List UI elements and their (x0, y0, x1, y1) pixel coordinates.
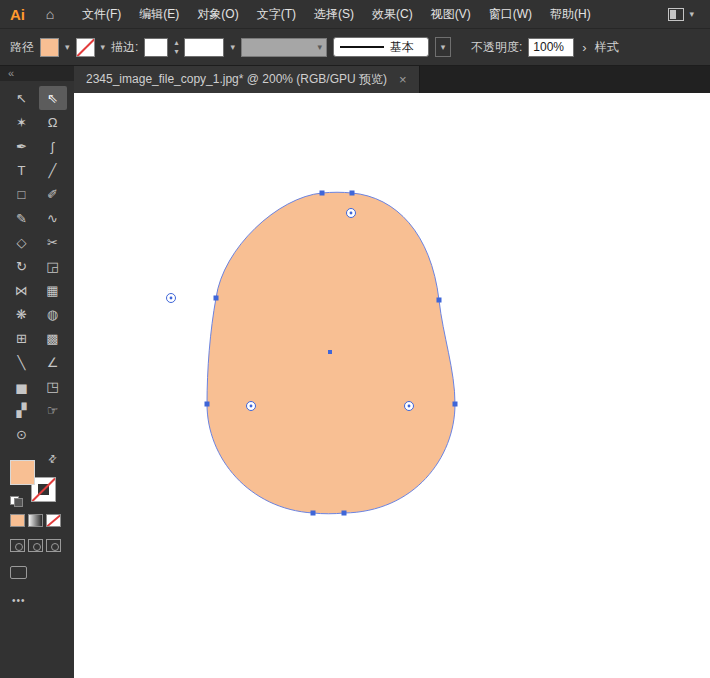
menu-bar: Ai ⌂ 文件(F)编辑(E)对象(O)文字(T)选择(S)效果(C)视图(V)… (0, 0, 710, 28)
menu-list: 文件(F)编辑(E)对象(O)文字(T)选择(S)效果(C)视图(V)窗口(W)… (73, 0, 600, 28)
document-title: 2345_image_file_copy_1.jpg* @ 200% (RGB/… (86, 71, 387, 88)
stroke-color-swatch[interactable] (76, 38, 95, 57)
pen-tool[interactable]: ✒ (8, 134, 36, 158)
rectangle-tool[interactable]: □ (8, 182, 36, 206)
scale-tool[interactable]: ◲ (39, 254, 67, 278)
screen-mode-button[interactable] (10, 566, 27, 579)
corner-widget-dot (170, 297, 173, 300)
anchor-point[interactable] (453, 402, 458, 407)
menu-item[interactable]: 文字(T) (248, 0, 305, 28)
collapse-tools-button[interactable]: « (0, 66, 74, 81)
chevron-down-icon: ▾ (441, 43, 446, 52)
menu-item[interactable]: 编辑(E) (130, 0, 188, 28)
tools-panel: « ↖⇖✶Ω✒ʃT╱□✐✎∿◇✂↻◲⋈▦❋◍⊞▩╲∠▅◳▞☞⊙ ⇄ ••• (0, 66, 74, 678)
magic-wand-tool[interactable]: ✶ (8, 110, 36, 134)
column-graph-tool[interactable]: ▅ (8, 374, 36, 398)
chevron-down-icon: ▾ (317, 43, 322, 52)
corner-widget-dot (350, 212, 353, 215)
anchor-point[interactable] (342, 511, 347, 516)
center-point[interactable] (328, 350, 332, 354)
workspace-switcher[interactable]: ▾ (668, 8, 710, 21)
draw-inside-button[interactable] (46, 539, 61, 552)
home-icon[interactable]: ⌂ (37, 6, 63, 22)
hand-tool[interactable]: ☞ (39, 398, 67, 422)
menu-item[interactable]: 窗口(W) (480, 0, 541, 28)
menu-item[interactable]: 文件(F) (73, 0, 130, 28)
anchor-point[interactable] (350, 191, 355, 196)
stroke-weight-label: 描边: (111, 39, 138, 56)
fill-indicator[interactable] (10, 460, 35, 485)
opacity-label: 不透明度: (471, 39, 522, 56)
app-logo: Ai (0, 6, 37, 23)
stroke-style-caret[interactable]: ▾ (435, 37, 451, 57)
scissors-tool[interactable]: ✂ (39, 230, 67, 254)
document-tab[interactable]: 2345_image_file_copy_1.jpg* @ 200% (RGB/… (74, 66, 420, 93)
style-label[interactable]: 样式 (595, 39, 619, 56)
menu-item[interactable]: 对象(O) (188, 0, 247, 28)
zoom-tool[interactable]: ⊙ (8, 422, 36, 446)
eraser-tool[interactable]: ◇ (8, 230, 36, 254)
fill-color-swatch[interactable] (40, 38, 59, 57)
gradient-button[interactable] (28, 514, 43, 527)
artboard-tool[interactable]: ◳ (39, 374, 67, 398)
slice-tool[interactable]: ▞ (8, 398, 36, 422)
width-tool[interactable]: ⋈ (8, 278, 36, 302)
close-icon[interactable]: × (399, 72, 407, 87)
default-fill-stroke-icon[interactable] (10, 496, 23, 507)
gradient-tool[interactable]: ▩ (39, 326, 67, 350)
menu-item[interactable]: 效果(C) (363, 0, 422, 28)
illustrator-window: Ai ⌂ 文件(F)编辑(E)对象(O)文字(T)选择(S)效果(C)视图(V)… (0, 0, 710, 678)
stroke-style-label: 基本 (390, 39, 414, 56)
chevron-down-icon[interactable]: ▾ (230, 43, 235, 52)
rotate-tool[interactable]: ↻ (8, 254, 36, 278)
shaper-tool[interactable]: ∿ (39, 206, 67, 230)
line-segment-tool[interactable]: ╱ (39, 158, 67, 182)
draw-behind-button[interactable] (28, 539, 43, 552)
color-button[interactable] (10, 514, 25, 527)
empty-slot (39, 422, 67, 446)
measure-tool[interactable]: ∠ (39, 350, 67, 374)
stroke-weight-select[interactable] (184, 38, 224, 57)
corner-widget-dot (250, 405, 253, 408)
menu-item[interactable]: 帮助(H) (541, 0, 600, 28)
stroke-style-select[interactable]: 基本 (333, 37, 429, 57)
lasso-tool[interactable]: Ω (39, 110, 67, 134)
none-button[interactable] (46, 514, 61, 527)
anchor-point[interactable] (214, 296, 219, 301)
selection-tool[interactable]: ↖ (8, 86, 36, 110)
chevron-down-icon[interactable]: ▾ (65, 43, 70, 52)
workspace-icon (668, 8, 684, 21)
chevron-down-icon[interactable]: ▾ (101, 43, 106, 52)
tool-list: ↖⇖✶Ω✒ʃT╱□✐✎∿◇✂↻◲⋈▦❋◍⊞▩╲∠▅◳▞☞⊙ (0, 81, 74, 446)
chevron-right-icon[interactable]: › (582, 40, 586, 55)
drawing-mode-row (10, 539, 74, 552)
anchor-point[interactable] (311, 511, 316, 516)
draw-normal-button[interactable] (10, 539, 25, 552)
fill-stroke-indicator: ⇄ (10, 456, 58, 504)
swap-fill-stroke-icon[interactable]: ⇄ (45, 452, 59, 466)
menu-item[interactable]: 视图(V) (422, 0, 480, 28)
caret-down-icon: ▾ (174, 48, 178, 56)
edit-toolbar-button[interactable]: ••• (12, 595, 74, 606)
eyedropper-tool[interactable]: ╲ (8, 350, 36, 374)
curvature-tool[interactable]: ʃ (39, 134, 67, 158)
artwork-svg (74, 93, 710, 678)
stroke-weight-stepper[interactable]: ▴ ▾ (174, 39, 178, 56)
stroke-weight-input[interactable] (144, 38, 168, 57)
paintbrush-tool[interactable]: ✐ (39, 182, 67, 206)
free-transform-tool[interactable]: ▦ (39, 278, 67, 302)
pencil-tool[interactable]: ✎ (8, 206, 36, 230)
anchor-point[interactable] (320, 191, 325, 196)
menu-item[interactable]: 选择(S) (305, 0, 363, 28)
opacity-input[interactable]: 100% (528, 38, 574, 57)
type-tool[interactable]: T (8, 158, 36, 182)
blend-tool[interactable]: ◍ (39, 302, 67, 326)
anchor-point[interactable] (437, 298, 442, 303)
mesh-tool[interactable]: ⊞ (8, 326, 36, 350)
symbol-sprayer-tool[interactable]: ❋ (8, 302, 36, 326)
width-profile-select: ▾ (241, 38, 327, 57)
anchor-point[interactable] (205, 402, 210, 407)
direct-selection-tool[interactable]: ⇖ (39, 86, 67, 110)
color-mode-row (10, 514, 74, 527)
canvas[interactable] (74, 93, 710, 678)
